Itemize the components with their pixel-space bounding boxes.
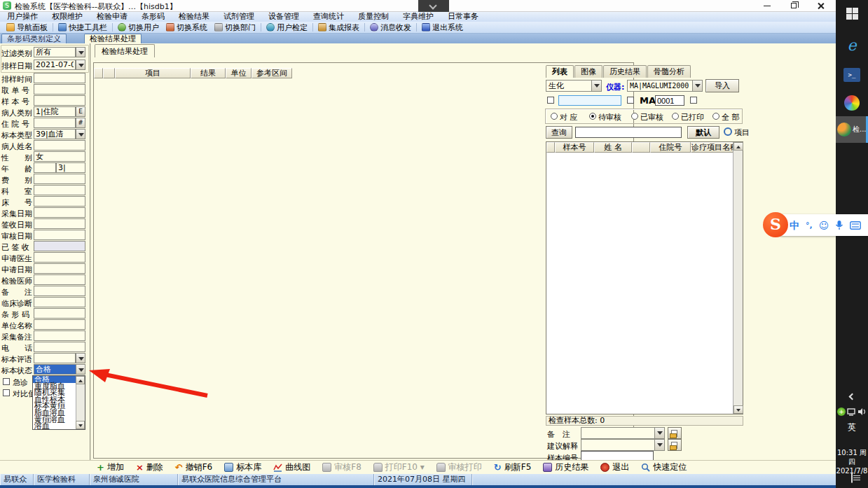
menu-dictionary[interactable]: 字典维护 [396,12,441,22]
department-input[interactable] [34,185,85,195]
taskbar-clock[interactable]: 10:31 周四 2021/7/8 [836,448,868,475]
barcode-input[interactable] [34,308,85,319]
restore-button[interactable] [780,0,807,12]
gender-input[interactable] [34,151,85,162]
quick-locate-button[interactable]: 快速定位 [641,461,687,473]
tray-app-icon[interactable]: + [837,407,846,416]
menu-test-result[interactable]: 检验结果 [172,12,216,22]
bed-no-input[interactable] [34,196,85,207]
import-button[interactable]: 导入 [705,79,739,92]
age-input[interactable] [34,162,56,173]
patient-name-input[interactable] [34,140,85,151]
specimen-comment-input[interactable] [34,353,76,363]
menu-device[interactable]: 设备管理 [261,12,306,22]
toolbar-exit-system[interactable]: 退出系统 [418,22,467,33]
sample-no-input[interactable] [34,95,85,106]
toolbar-reports[interactable]: 集成报表 [315,22,363,33]
screen-recorder-overlay[interactable] [418,0,449,12]
sort-date-input[interactable] [34,60,76,70]
compare-checkbox[interactable] [3,389,10,396]
test-doctor-input[interactable] [34,274,85,285]
curve-button[interactable]: 曲线图 [273,461,310,473]
specimen-status-dropdown-icon[interactable] [76,364,85,375]
fee-type-input[interactable] [34,174,85,184]
toolbar-switch-user[interactable]: 切换用户 [114,22,163,33]
toolbar-quick-tools[interactable]: 快捷工具栏 [55,22,111,33]
history-button[interactable]: 历史结果 [543,461,588,473]
suggest-edit-button[interactable] [668,439,682,451]
tray-expand-button[interactable] [836,392,868,401]
suggest-combo[interactable] [581,439,665,451]
radio-audited[interactable] [631,113,638,120]
toolbar-user-verify[interactable]: 用户检定 [263,22,311,33]
sort-date-dropdown-icon[interactable] [76,60,85,70]
filter3-checkbox[interactable] [690,97,697,104]
specimen-status-value[interactable]: 合格 [34,364,76,375]
start-button[interactable] [836,1,868,25]
inpatient-no-button[interactable]: # [76,118,85,128]
patient-type-button[interactable]: E [76,106,85,117]
specimen-lib-button[interactable]: 标本库 [224,461,261,473]
remark-combo[interactable] [581,427,665,439]
menu-permission[interactable]: 权限维护 [45,12,90,22]
filter-category-dropdown-icon[interactable] [76,47,85,57]
delete-button[interactable]: ×删除 [136,461,163,473]
unit-name-input[interactable] [34,319,85,330]
receive-date-input[interactable] [34,218,85,229]
exit-button[interactable]: 退出 [600,461,629,473]
toolbar-switch-system[interactable]: 切换系统 [163,22,211,33]
radio-correspond[interactable] [551,113,558,120]
toolbar-messages[interactable]: 消息收发 [366,22,415,33]
request-date-input[interactable] [34,263,85,274]
ime-keyboard-icon[interactable] [850,221,861,230]
suggest-dropdown-icon[interactable] [654,440,664,450]
refresh-button[interactable]: ↻刷新F5 [494,461,531,473]
menu-user-ops[interactable]: 用户操作 [0,12,45,22]
request-doctor-input[interactable] [34,252,85,263]
scroll-down-icon[interactable] [76,421,85,429]
menu-barcode[interactable]: 条形码 [135,12,172,22]
phone-input[interactable] [34,342,85,352]
collect-remark-input[interactable] [34,330,85,341]
radio-pending-audit[interactable] [589,113,596,120]
taskbar-active-app[interactable]: 检... [836,116,868,143]
filter1-checkbox[interactable] [547,97,554,104]
sample-time-input[interactable] [34,73,85,83]
undo-button[interactable]: ↶撤销F6 [175,461,212,473]
toolbar-switch-dept[interactable]: 切换部门 [211,22,259,33]
tab-history[interactable]: 历史结果 [603,65,647,78]
dropdown-scrollbar[interactable] [76,376,85,429]
ime-mode-chinese[interactable]: 中 [790,220,799,231]
menu-qc[interactable]: 质量控制 [351,12,396,22]
sample-list[interactable]: 样本号 姓 名 住院号 诊疗项目名称 [546,141,743,414]
speaker-icon[interactable] [857,407,867,416]
scroll-down-icon[interactable] [733,405,743,414]
tab-marrow[interactable]: 骨髓分析 [647,65,691,78]
radio-printed[interactable] [672,113,679,120]
radio-all[interactable] [712,113,719,120]
tab-image[interactable]: 图像 [574,65,602,78]
ime-emoji-icon[interactable]: ☺ [819,220,829,231]
ime-mic-icon[interactable] [835,220,843,230]
remark-input[interactable] [34,286,85,296]
tab-result-processing[interactable]: 检验结果处理 [84,34,142,43]
specimen-type-input[interactable] [34,129,76,139]
menu-daily[interactable]: 日常事务 [441,12,485,22]
patient-type-input[interactable] [34,106,76,117]
quick-input[interactable] [558,95,621,106]
clinical-diagnosis-input[interactable] [34,297,85,307]
close-button[interactable] [807,0,834,12]
network-icon[interactable] [847,407,856,416]
sogou-logo-icon[interactable]: S [763,212,788,237]
notification-center-button[interactable] [836,473,868,482]
pickup-no-input[interactable] [34,84,85,95]
instrument-dropdown-icon[interactable] [692,81,702,91]
age-unit-input[interactable] [56,162,85,173]
collect-date-input[interactable] [34,207,85,218]
add-button[interactable]: +增加 [97,461,124,473]
scroll-up-icon[interactable] [733,142,743,151]
audit-date-input[interactable] [34,230,85,240]
category-dropdown-icon[interactable] [591,81,601,91]
taskbar-browser[interactable] [836,91,868,115]
toolbar-nav-panel[interactable]: 导航面板 [3,22,51,33]
